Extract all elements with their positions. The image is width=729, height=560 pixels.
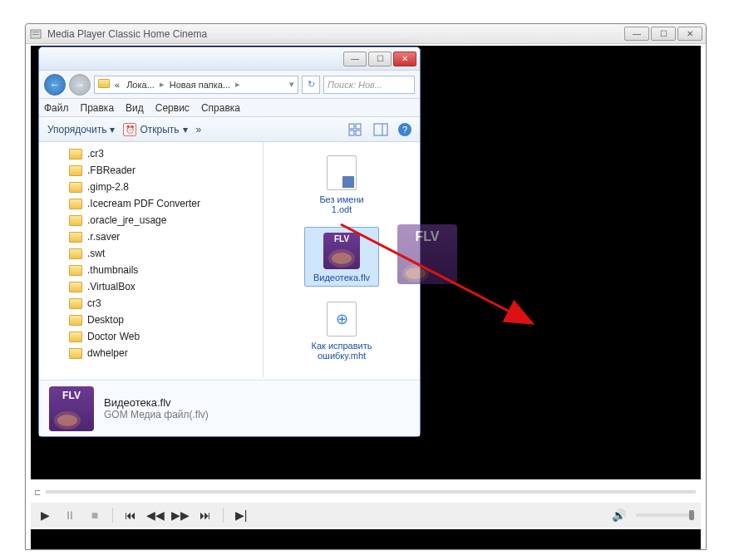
tree-item[interactable]: .FBReader [39, 162, 263, 179]
tree-item[interactable]: Doctor Web [39, 328, 263, 345]
next-button[interactable]: ⏭ [198, 508, 213, 523]
tree-item[interactable]: .gimp-2.8 [39, 179, 263, 195]
rewind-button[interactable]: ◀◀ [148, 508, 163, 523]
tree-item-label: dwhelper [87, 347, 128, 359]
tree-item-label: .thumbnails [87, 264, 138, 276]
menu-tools[interactable]: Сервис [155, 102, 190, 114]
separator [112, 508, 113, 523]
tree-item-label: Desktop [87, 314, 124, 326]
open-icon: ⏰ [123, 123, 136, 136]
mpc-titlebar[interactable]: Media Player Classic Home Cinema — ☐ ✕ [26, 24, 706, 44]
volume-icon[interactable]: 🔊 [611, 508, 626, 523]
breadcrumb-root[interactable]: « [113, 80, 121, 90]
file-item[interactable]: ⊕Как исправить ошибку.mht [304, 295, 379, 365]
file-item[interactable]: FLVВидеотека.flv [304, 227, 379, 287]
file-item[interactable]: Без имени 1.odt [304, 149, 379, 219]
tree-item[interactable]: .VirtualBox [39, 278, 263, 295]
address-bar[interactable]: « Лока... ▸ Новая папка... ▸ ▾ [94, 76, 298, 94]
tree-item[interactable]: cr3 [39, 295, 263, 312]
tree-item-label: .Icecream PDF Converter [87, 198, 200, 209]
open-button[interactable]: ⏰ Открыть ▾ [123, 123, 187, 136]
folder-icon [69, 165, 82, 176]
toolbar-more[interactable]: » [196, 124, 202, 135]
folder-icon [98, 79, 110, 90]
svg-rect-1 [32, 32, 39, 32]
play-button[interactable]: ▶ [37, 508, 52, 523]
view-mode-button[interactable] [348, 123, 365, 136]
file-label: Видеотека.flv [313, 273, 370, 282]
seek-track[interactable] [46, 490, 696, 494]
explorer-titlebar[interactable]: — ☐ ✕ [39, 47, 420, 71]
chevron-right-icon: ▸ [160, 79, 165, 90]
chevron-down-icon: ▾ [110, 124, 115, 135]
chevron-right-icon: ▸ [235, 79, 240, 90]
explorer-menu: Файл Правка Вид Сервис Справка [39, 99, 420, 117]
preview-pane-button[interactable] [373, 123, 390, 136]
organize-button[interactable]: Упорядочить ▾ [47, 124, 115, 135]
mpc-close-button[interactable]: ✕ [677, 27, 702, 41]
file-label: Как исправить ошибку.mht [308, 341, 375, 361]
folder-icon [69, 332, 82, 342]
seek-start-marker: ⊏ [31, 488, 41, 497]
step-button[interactable]: ▶| [234, 508, 249, 523]
forward-button[interactable]: ▶▶ [173, 508, 188, 523]
search-input[interactable]: Поиск: Нов... [323, 76, 415, 94]
breadcrumb-disk[interactable]: Лока... [125, 80, 156, 90]
folder-tree[interactable]: .cr3.FBReader.gimp-2.8.Icecream PDF Conv… [39, 142, 264, 378]
volume-slider[interactable] [636, 513, 694, 517]
folder-icon [69, 265, 82, 276]
menu-file[interactable]: Файл [44, 102, 69, 114]
tree-item[interactable]: Desktop [39, 312, 263, 328]
details-file-icon: FLV [49, 386, 94, 431]
pause-button[interactable]: ⏸ [62, 508, 77, 523]
svg-rect-6 [356, 130, 361, 135]
tree-item[interactable]: .thumbnails [39, 262, 263, 278]
folder-icon [69, 232, 82, 243]
folder-icon [69, 315, 82, 326]
forward-button[interactable]: → [69, 74, 91, 96]
explorer-close-button[interactable]: ✕ [393, 52, 416, 66]
menu-help[interactable]: Справка [201, 102, 240, 114]
tree-item[interactable]: .cr3 [39, 145, 263, 162]
explorer-minimize-button[interactable]: — [343, 52, 367, 66]
help-button[interactable]: ? [398, 123, 411, 136]
file-label: Без имени 1.odt [308, 194, 375, 214]
tree-item[interactable]: .oracle_jre_usage [39, 212, 263, 228]
menu-view[interactable]: Вид [126, 102, 144, 114]
back-button[interactable]: ← [44, 74, 66, 96]
tree-item[interactable]: .swt [39, 245, 263, 262]
file-icon [322, 153, 362, 193]
mpc-seek-bar[interactable]: ⊏ [31, 481, 701, 503]
tree-item-label: .gimp-2.8 [87, 181, 129, 193]
file-item[interactable] [304, 373, 379, 378]
details-filename: Видеотека.flv [104, 396, 209, 409]
separator [223, 508, 224, 523]
details-pane: FLV Видеотека.flv GOM Медиа файл(.flv) [39, 380, 420, 436]
svg-rect-5 [349, 130, 354, 135]
refresh-button[interactable]: ↻ [302, 76, 320, 94]
prev-button[interactable]: ⏮ [123, 508, 138, 523]
breadcrumb-folder[interactable]: Новая папка... [168, 80, 232, 90]
stop-button[interactable]: ■ [87, 508, 102, 523]
explorer-maximize-button[interactable]: ☐ [368, 52, 392, 66]
files-pane[interactable]: Без имени 1.odtFLVВидеотека.flv⊕Как испр… [264, 142, 420, 378]
svg-rect-4 [356, 124, 361, 129]
explorer-toolbar: Упорядочить ▾ ⏰ Открыть ▾ » ? [39, 117, 420, 142]
menu-edit[interactable]: Правка [81, 102, 115, 114]
mpc-minimize-button[interactable]: — [624, 27, 649, 41]
tree-item[interactable]: .r.saver [39, 228, 263, 245]
tree-item[interactable]: .Icecream PDF Converter [39, 195, 263, 212]
tree-item[interactable]: dwhelper [39, 345, 263, 361]
file-icon: ⊕ [322, 299, 362, 339]
mpc-maximize-button[interactable]: ☐ [651, 27, 676, 41]
tree-item-label: Doctor Web [87, 331, 140, 342]
folder-icon [69, 149, 82, 160]
chevron-down-icon[interactable]: ▾ [289, 79, 294, 90]
mpc-title: Media Player Classic Home Cinema [47, 28, 624, 40]
explorer-body: .cr3.FBReader.gimp-2.8.Icecream PDF Conv… [39, 142, 420, 378]
chevron-down-icon: ▾ [183, 124, 188, 135]
mpc-controls: ▶ ⏸ ■ ⏮ ◀◀ ▶▶ ⏭ ▶| 🔊 [31, 503, 701, 528]
tree-item-label: .VirtualBox [87, 281, 135, 292]
svg-rect-3 [349, 124, 354, 129]
file-icon [322, 377, 362, 378]
